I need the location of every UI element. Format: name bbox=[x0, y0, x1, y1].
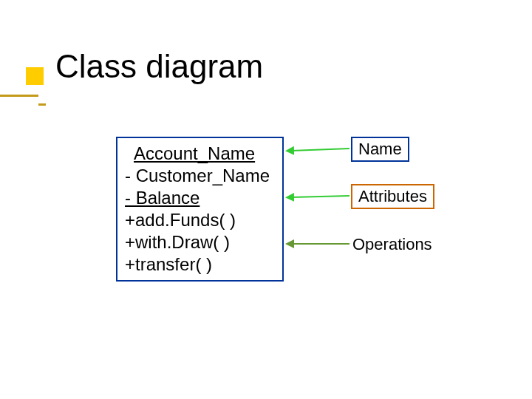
class-operation: +add.Funds( ) bbox=[125, 209, 282, 231]
page-title: Class diagram bbox=[55, 48, 263, 85]
arrow-attributes bbox=[291, 196, 349, 197]
class-name: Account_Name bbox=[134, 143, 255, 163]
class-attribute: - Customer_Name bbox=[125, 165, 282, 187]
accent-line-2 bbox=[38, 103, 46, 106]
arrow-name bbox=[291, 149, 349, 151]
title-bullet-icon bbox=[26, 67, 44, 85]
label-attributes: Attributes bbox=[351, 184, 434, 209]
class-operation: +transfer( ) bbox=[125, 253, 282, 276]
label-operations: Operations bbox=[352, 235, 432, 254]
class-operation: +with.Draw( ) bbox=[125, 231, 282, 253]
uml-class-box: Account_Name - Customer_Name - Balance +… bbox=[116, 137, 284, 282]
class-name-row: Account_Name bbox=[125, 143, 282, 165]
label-name: Name bbox=[351, 137, 409, 162]
accent-line-1 bbox=[0, 95, 38, 97]
class-attribute: - Balance bbox=[125, 187, 282, 209]
